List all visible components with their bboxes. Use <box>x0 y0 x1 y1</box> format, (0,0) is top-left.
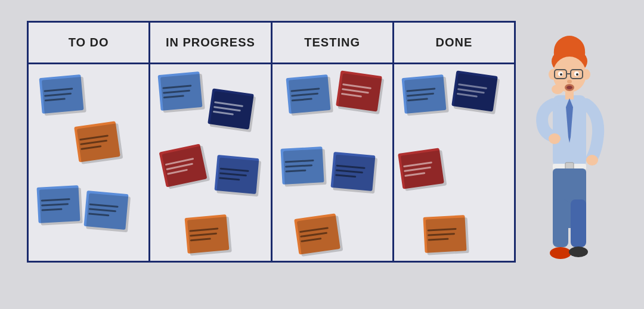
person-svg <box>522 27 617 289</box>
card[interactable] <box>84 191 129 230</box>
kanban-body <box>29 64 514 261</box>
col-header-done: DONE <box>394 23 514 63</box>
card[interactable] <box>336 70 382 111</box>
card[interactable] <box>74 121 120 162</box>
card[interactable] <box>159 143 208 187</box>
card[interactable] <box>401 74 446 114</box>
card[interactable] <box>185 214 230 254</box>
svg-point-24 <box>569 246 588 257</box>
col-header-todo: TO DO <box>29 23 150 63</box>
kanban-board: TO DO IN PROGRESS TESTING DONE <box>27 21 516 263</box>
card[interactable] <box>294 213 340 254</box>
kanban-wrapper: TO DO IN PROGRESS TESTING DONE <box>15 9 629 301</box>
svg-point-25 <box>549 133 561 144</box>
col-header-testing: TESTING <box>273 23 394 63</box>
svg-rect-22 <box>571 199 586 247</box>
svg-rect-16 <box>565 91 574 99</box>
svg-point-9 <box>560 73 562 76</box>
col-done <box>394 64 514 261</box>
svg-point-10 <box>576 73 578 76</box>
card[interactable] <box>158 71 203 111</box>
svg-point-26 <box>586 155 598 166</box>
col-header-inprogress: IN PROGRESS <box>150 23 272 63</box>
card[interactable] <box>330 152 375 191</box>
card[interactable] <box>423 215 466 253</box>
svg-rect-21 <box>553 199 568 247</box>
card[interactable] <box>280 146 324 185</box>
svg-point-23 <box>550 247 571 259</box>
person-illustration <box>522 27 617 289</box>
svg-point-13 <box>566 86 572 89</box>
card[interactable] <box>36 185 80 223</box>
card[interactable] <box>39 74 84 114</box>
card[interactable] <box>398 148 444 189</box>
card[interactable] <box>208 88 254 129</box>
card[interactable] <box>286 74 330 114</box>
kanban-header: TO DO IN PROGRESS TESTING DONE <box>29 23 514 64</box>
svg-point-14 <box>552 85 564 94</box>
svg-point-11 <box>567 80 572 83</box>
svg-point-3 <box>582 69 590 80</box>
col-testing <box>273 64 394 261</box>
card[interactable] <box>451 70 498 111</box>
col-todo <box>29 64 150 261</box>
col-inprogress <box>150 64 272 261</box>
card[interactable] <box>215 155 259 194</box>
